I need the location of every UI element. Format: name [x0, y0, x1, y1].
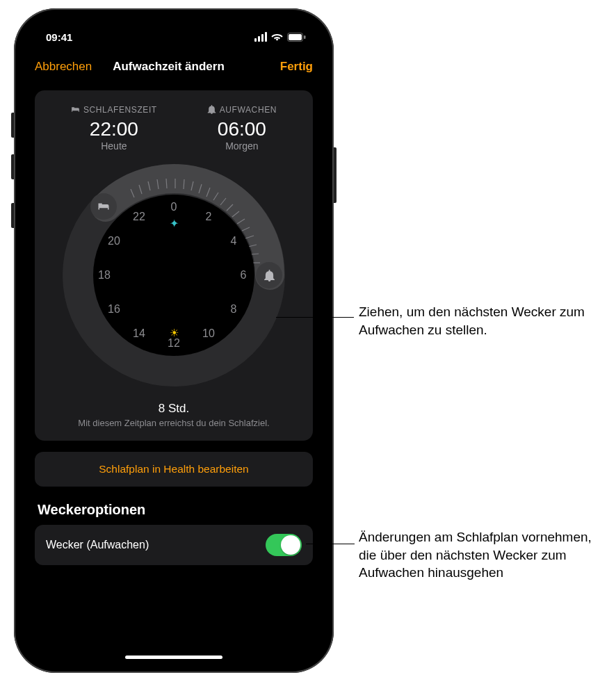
duration-message: Mit diesem Zeitplan erreichst du dein Sc… — [46, 418, 302, 428]
cancel-button[interactable]: Abbrechen — [35, 60, 92, 74]
svg-rect-2 — [304, 35, 306, 39]
hour-14: 14 — [129, 327, 149, 340]
wake-label: AUFWACHEN — [220, 105, 277, 115]
wake-block: AUFWACHEN 06:00 Morgen — [207, 104, 277, 152]
screen: 09:41 Abbrechen Aufwachzeit ändern Ferti… — [22, 17, 325, 665]
callout-leader-2 — [306, 544, 355, 544]
done-button[interactable]: Fertig — [280, 60, 313, 74]
bed-icon — [71, 105, 80, 114]
bedtime-value: 22:00 — [71, 118, 157, 140]
hour-12: 12 — [163, 337, 184, 350]
status-time: 09:41 — [46, 31, 72, 43]
wake-alarm-label: Wecker (Aufwachen) — [46, 539, 149, 551]
hour-8: 8 — [223, 303, 244, 316]
edit-health-button[interactable]: Schlafplan in Health bearbeiten — [35, 452, 313, 487]
battery-icon — [287, 33, 306, 42]
wake-day: Morgen — [207, 140, 277, 152]
hour-20: 20 — [104, 235, 124, 247]
night-icon: ✦ — [170, 217, 179, 230]
wake-alarm-toggle[interactable] — [266, 534, 302, 556]
wake-alarm-row: Wecker (Aufwachen) — [35, 525, 313, 565]
wake-handle[interactable] — [256, 262, 282, 288]
nav-bar: Abbrechen Aufwachzeit ändern Fertig — [22, 47, 325, 81]
nav-title: Aufwachzeit ändern — [113, 60, 225, 74]
hour-18: 18 — [94, 269, 115, 282]
wake-value: 06:00 — [207, 118, 277, 140]
bedtime-label: SCHLAFENSZEIT — [83, 105, 157, 115]
hour-4: 4 — [223, 235, 244, 247]
hour-22: 22 — [129, 211, 149, 223]
hour-6: 6 — [233, 269, 254, 282]
bedtime-block: SCHLAFENSZEIT 22:00 Heute — [71, 104, 157, 152]
svg-rect-1 — [289, 34, 302, 40]
sleep-dial[interactable]: ✦ ☀ 0 2 4 6 8 10 12 14 16 18 20 22 — [63, 164, 285, 386]
callout-leader-1 — [276, 317, 354, 318]
hour-2: 2 — [198, 211, 219, 223]
bedtime-day: Heute — [71, 140, 157, 152]
wifi-icon — [271, 33, 283, 41]
status-icons — [254, 32, 306, 42]
hour-10: 10 — [198, 327, 219, 340]
duration-hours: 8 Std. — [46, 402, 302, 416]
callout-edit: Änderungen am Schlafplan vornehmen, die … — [359, 528, 595, 582]
home-indicator[interactable] — [125, 656, 222, 659]
bell-icon — [207, 105, 216, 114]
cellular-icon — [254, 32, 267, 42]
hour-0: 0 — [163, 201, 184, 213]
callout-drag: Ziehen, um den nächsten Wecker zum Aufwa… — [359, 303, 595, 339]
hour-16: 16 — [104, 303, 124, 316]
bedtime-handle[interactable] — [90, 193, 117, 220]
schedule-card: SCHLAFENSZEIT 22:00 Heute AUFWACHEN 06:0… — [35, 90, 313, 441]
options-header: Weckeroptionen — [38, 502, 310, 518]
notch — [108, 17, 240, 38]
iphone-frame: 09:41 Abbrechen Aufwachzeit ändern Ferti… — [14, 8, 334, 673]
duration-summary: 8 Std. Mit diesem Zeitplan erreichst du … — [46, 402, 302, 428]
